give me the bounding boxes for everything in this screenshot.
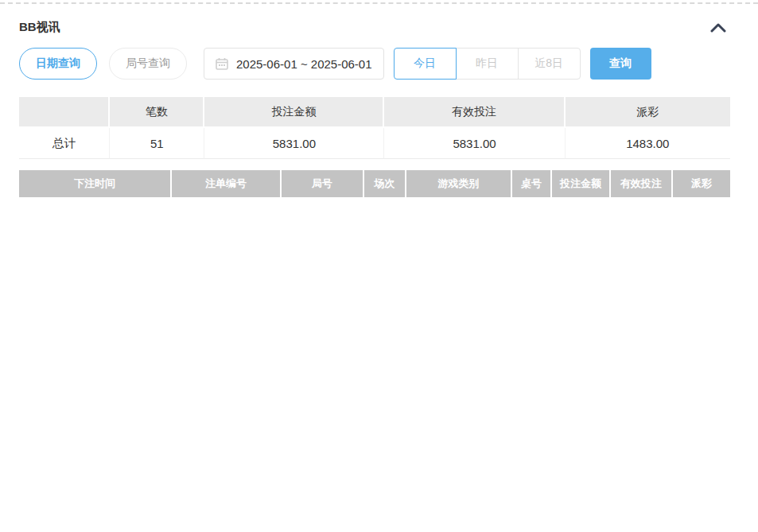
summary-cell-0: 总计: [19, 128, 110, 159]
quick-range-today[interactable]: 今日: [394, 48, 457, 80]
date-range-value: 2025-06-01 ~ 2025-06-01: [236, 57, 372, 71]
records-header-row: 下注时间注单编号局号场次游戏类别桌号投注金额有效投注派彩: [19, 170, 730, 200]
summary-column-header-2: 投注金额: [204, 97, 384, 128]
summary-column-header-4: 派彩: [566, 97, 730, 128]
summary-cell-4: 1483.00: [566, 128, 730, 159]
summary-cell-3: 5831.00: [384, 128, 565, 159]
records-column-header-2: 局号: [282, 170, 364, 200]
chevron-up-icon: [710, 22, 726, 33]
summary-header-row: 笔数投注金额有效投注派彩: [19, 97, 730, 128]
summary-cell-1: 51: [110, 128, 204, 159]
tab-round-query[interactable]: 局号查询: [109, 48, 187, 80]
calendar-icon: [216, 57, 228, 70]
filter-toolbar: 日期查询 局号查询 2025-06-01 ~ 2025-06-01 今日 昨日 …: [19, 48, 739, 80]
records-column-header-0: 下注时间: [19, 170, 172, 200]
collapse-panel-button[interactable]: [710, 22, 726, 33]
quick-range-last8days[interactable]: 近8日: [518, 48, 581, 80]
panel-header: BB视讯: [0, 4, 758, 35]
summary-column-header-1: 笔数: [110, 97, 204, 128]
search-button[interactable]: 查询: [590, 48, 651, 80]
summary-cell-2: 5831.00: [204, 128, 384, 159]
records-column-header-3: 场次: [364, 170, 407, 200]
page-title: BB视讯: [19, 20, 60, 35]
records-column-header-8: 派彩: [673, 170, 730, 200]
tab-date-query[interactable]: 日期查询: [19, 48, 97, 80]
bet-records-table: 下注时间注单编号局号场次游戏类别桌号投注金额有效投注派彩: [19, 170, 730, 200]
records-column-header-4: 游戏类别: [406, 170, 511, 200]
summary-table: 笔数投注金额有效投注派彩 总计515831.005831.001483.00: [19, 97, 730, 159]
records-column-header-1: 注单编号: [172, 170, 282, 200]
summary-total-row: 总计515831.005831.001483.00: [19, 128, 730, 159]
quick-range-group: 今日 昨日 近8日: [394, 48, 581, 80]
date-range-picker[interactable]: 2025-06-01 ~ 2025-06-01: [204, 48, 384, 80]
records-column-header-5: 桌号: [512, 170, 553, 200]
records-column-header-7: 有效投注: [611, 170, 673, 200]
summary-column-header-0: [19, 97, 110, 128]
quick-range-yesterday[interactable]: 昨日: [456, 48, 519, 80]
records-column-header-6: 投注金额: [552, 170, 610, 200]
summary-column-header-3: 有效投注: [384, 97, 565, 128]
